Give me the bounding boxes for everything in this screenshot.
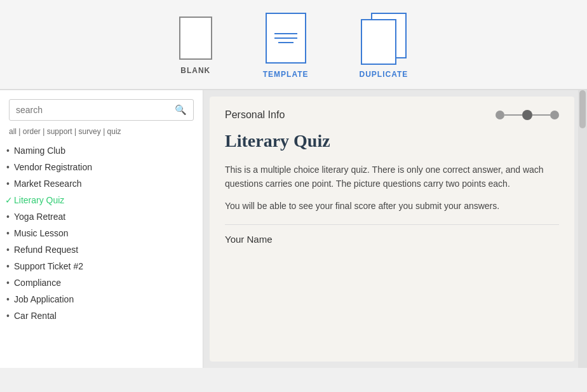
filter-survey[interactable]: survey: [78, 127, 100, 136]
progress-dot-1: [496, 111, 504, 119]
list-container[interactable]: Naming ClubVendor RegistrationMarket Res…: [0, 141, 203, 368]
filter-all[interactable]: all: [9, 127, 17, 136]
blank-icon: [179, 17, 212, 60]
preview-area: Personal Info Literary Quiz This is a mu…: [203, 90, 587, 368]
list-item[interactable]: Literary Quiz: [0, 192, 203, 208]
form-description-1: This is a multiple choice literary quiz.…: [225, 163, 559, 191]
form-description-2: You will be able to see your final score…: [225, 199, 559, 213]
filter-quiz[interactable]: quiz: [107, 127, 121, 136]
progress-line-1: [504, 114, 522, 116]
progress-dot-3: [550, 111, 559, 119]
preview-card: Personal Info Literary Quiz This is a mu…: [210, 97, 574, 362]
form-header: Personal Info: [225, 109, 559, 121]
template-option[interactable]: TEMPLATE: [263, 13, 309, 79]
list-item[interactable]: Compliance: [0, 274, 203, 291]
template-icon: [266, 13, 306, 64]
blank-option[interactable]: BLANK: [179, 17, 212, 75]
search-input[interactable]: [10, 100, 168, 119]
main-content: 🔍 all | order | support | survey | quiz …: [0, 90, 587, 368]
scrollbar-thumb[interactable]: [579, 90, 586, 128]
dup-front: [361, 19, 396, 65]
blank-label: BLANK: [180, 66, 210, 75]
list-item[interactable]: Refund Request: [0, 241, 203, 258]
filter-bar: all | order | support | survey | quiz: [0, 127, 203, 141]
search-bar[interactable]: 🔍: [9, 99, 194, 121]
list-item[interactable]: Music Lesson: [0, 225, 203, 241]
progress-line-2: [532, 114, 550, 116]
form-header-label: Personal Info: [225, 109, 285, 121]
top-bar: BLANK TEMPLATE DUPLICATE: [0, 0, 587, 90]
list-item[interactable]: Support Ticket #2: [0, 258, 203, 274]
filter-order[interactable]: order: [23, 127, 41, 136]
scrollbar-right[interactable]: [578, 90, 587, 368]
list-item[interactable]: Naming Club: [0, 142, 203, 159]
duplicate-icon: [361, 13, 407, 64]
list-item[interactable]: Job Application: [0, 291, 203, 308]
form-main-title: Literary Quiz: [225, 131, 559, 151]
progress-dots: [496, 110, 559, 120]
template-line-2: [274, 37, 297, 39]
list-item[interactable]: Vendor Registration: [0, 159, 203, 175]
duplicate-label: DUPLICATE: [360, 70, 408, 79]
sidebar: 🔍 all | order | support | survey | quiz …: [0, 90, 203, 368]
form-section-label: Your Name: [225, 224, 559, 245]
list-item[interactable]: Car Rental: [0, 308, 203, 324]
list-item[interactable]: Yoga Retreat: [0, 208, 203, 225]
list-item[interactable]: Market Research: [0, 175, 203, 192]
template-line-3: [278, 42, 294, 43]
filter-support[interactable]: support: [47, 127, 72, 136]
progress-dot-2: [522, 110, 532, 120]
search-icon[interactable]: 🔍: [168, 100, 193, 120]
duplicate-option[interactable]: DUPLICATE: [360, 13, 408, 79]
template-line-1: [274, 33, 297, 34]
template-label: TEMPLATE: [263, 70, 309, 79]
